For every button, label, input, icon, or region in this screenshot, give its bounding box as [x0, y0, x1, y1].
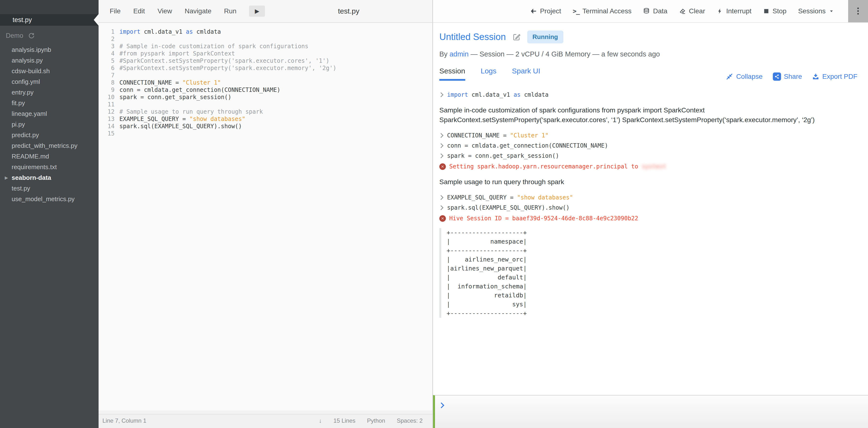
- file-tree-item[interactable]: lineage.yaml: [0, 108, 99, 119]
- toolbar-clear[interactable]: Clear: [679, 7, 705, 15]
- toolbar-terminal-access[interactable]: >_Terminal Access: [573, 7, 631, 15]
- menu-edit[interactable]: Edit: [133, 7, 145, 15]
- folder-expander-icon[interactable]: ▸: [5, 172, 8, 183]
- menu-view[interactable]: View: [157, 7, 172, 15]
- code-text: # Sample in-code customization of spark …: [119, 42, 308, 50]
- file-tree-item[interactable]: cdsw-build.sh: [0, 66, 99, 76]
- line-number: 7: [99, 72, 119, 79]
- file-tree-folder[interactable]: ▸seaborn-data: [0, 172, 99, 183]
- code-text: import cml.data_v1 as cmldata: [119, 28, 221, 35]
- prompt-chevron-icon: [439, 153, 443, 158]
- tab-logs[interactable]: Logs: [481, 67, 496, 81]
- code-line[interactable]: 12# Sample usage to run query through sp…: [99, 108, 432, 115]
- toolbar-interrupt[interactable]: Interrupt: [717, 7, 751, 15]
- console-input[interactable]: [433, 395, 868, 428]
- code-line[interactable]: 5#SparkContext.setSystemProperty('spark.…: [99, 57, 432, 64]
- code-editor[interactable]: 1import cml.data_v1 as cmldata23# Sample…: [99, 23, 432, 411]
- menu-run[interactable]: Run: [224, 7, 237, 15]
- code-text: #from pyspark import SparkContext: [119, 50, 235, 57]
- line-number: 9: [99, 86, 119, 93]
- error-icon: ×: [439, 163, 446, 170]
- toolbar-stop[interactable]: Stop: [763, 7, 786, 15]
- file-tree-item[interactable]: pi.py: [0, 119, 99, 130]
- file-tree-item[interactable]: predict_with_metrics.py: [0, 140, 99, 151]
- file-tree-item[interactable]: config.yml: [0, 76, 99, 87]
- code-line[interactable]: 4#from pyspark import SparkContext: [99, 50, 432, 57]
- author-link[interactable]: admin: [450, 50, 469, 58]
- code-text: conn = cmldata.get_connection(CONNECTION…: [119, 86, 280, 93]
- toolbar-sessions[interactable]: Sessions: [798, 7, 834, 15]
- file-name: analysis.ipynb: [11, 46, 51, 53]
- run-play-button[interactable]: ▶: [249, 6, 265, 17]
- cursor-position: Line 7, Column 1: [102, 417, 146, 424]
- file-tree-item[interactable]: entry.py: [0, 87, 99, 98]
- file-tree-item[interactable]: fit.py: [0, 98, 99, 108]
- file-tree-item[interactable]: README.md: [0, 151, 99, 162]
- line-number: 1: [99, 28, 119, 35]
- toolbar-label: Sessions: [798, 7, 826, 15]
- session-meta: By admin — Session — 2 vCPU / 4 GiB Memo…: [439, 50, 857, 58]
- editor-hscrollbar[interactable]: [99, 411, 432, 414]
- line-number: 2: [99, 35, 119, 42]
- status-item[interactable]: Python: [367, 417, 385, 424]
- line-number: 13: [99, 115, 119, 123]
- menu-file[interactable]: File: [110, 7, 121, 15]
- project-root[interactable]: Demo: [0, 32, 99, 39]
- code-line[interactable]: 14spark.sql(EXAMPLE_SQL_QUERY).show(): [99, 123, 432, 130]
- toolbar-data[interactable]: Data: [643, 7, 667, 15]
- file-name: lineage.yaml: [11, 110, 47, 117]
- status-item[interactable]: Spaces: 2: [397, 417, 423, 424]
- file-tree-item[interactable]: analysis.py: [0, 55, 99, 66]
- file-tree-item[interactable]: analysis.ipynb: [0, 44, 99, 55]
- code-line[interactable]: 10spark = conn.get_spark_session(): [99, 93, 432, 101]
- file-tree-item[interactable]: predict.py: [0, 130, 99, 140]
- menu-navigate[interactable]: Navigate: [185, 7, 212, 15]
- code-line[interactable]: 1import cml.data_v1 as cmldata: [99, 28, 432, 35]
- console-result-block: +--------------------+ | namespace| +---…: [439, 228, 857, 318]
- file-name: predict.py: [11, 131, 39, 139]
- console-code-line: CONNECTION_NAME = "Cluster 1": [439, 132, 857, 139]
- code-line[interactable]: 9conn = cmldata.get_connection(CONNECTIO…: [99, 86, 432, 93]
- kebab-menu-icon[interactable]: [848, 0, 868, 22]
- collapse-button[interactable]: Collapse: [725, 73, 763, 81]
- code-text: #SparkContext.setSystemProperty('spark.e…: [119, 64, 336, 72]
- share-icon: [773, 73, 781, 81]
- file-tree-item[interactable]: test.py: [0, 183, 99, 194]
- scroll-down-icon[interactable]: ↓: [319, 417, 322, 424]
- share-button[interactable]: Share: [773, 73, 802, 81]
- tab-spark-ui[interactable]: Spark UI: [512, 67, 540, 81]
- code-line[interactable]: 15: [99, 130, 432, 137]
- session-title[interactable]: Untitled Session: [439, 32, 506, 42]
- code-line[interactable]: 8CONNECTION_NAME = "Cluster 1": [99, 79, 432, 86]
- file-name: predict_with_metrics.py: [11, 142, 78, 149]
- toolbar-project[interactable]: Project: [530, 7, 561, 15]
- open-file-tab[interactable]: test.py: [0, 14, 99, 26]
- file-name: seaborn-data: [11, 174, 51, 181]
- code-line[interactable]: 7: [99, 72, 432, 79]
- file-name: cdsw-build.sh: [11, 67, 50, 75]
- open-file-tab-label: test.py: [12, 16, 32, 24]
- sidebar-top-strip: [0, 0, 99, 14]
- refresh-icon[interactable]: [28, 32, 35, 39]
- code-line[interactable]: 13EXAMPLE_SQL_QUERY = "show databases": [99, 115, 432, 123]
- code-text: # Sample usage to run query through spar…: [119, 108, 263, 115]
- tab-session[interactable]: Session: [439, 67, 465, 81]
- code-line[interactable]: 11: [99, 101, 432, 108]
- code-line[interactable]: 2: [99, 35, 432, 42]
- console-code-line: import cml.data_v1 as cmldata: [439, 91, 857, 98]
- edit-pencil-icon[interactable]: [513, 33, 521, 41]
- toolbar-label: Stop: [773, 7, 786, 15]
- console-code-line: conn = cmldata.get_connection(CONNECTION…: [439, 142, 857, 149]
- back-arrow-icon: [530, 8, 537, 15]
- caret-down-icon: [829, 8, 834, 14]
- export-pdf-button[interactable]: Export PDF: [812, 73, 857, 81]
- code-text: spark = conn.get_spark_session(): [119, 93, 231, 101]
- status-item[interactable]: 15 Lines: [334, 417, 355, 424]
- code-line[interactable]: 3# Sample in-code customization of spark…: [99, 42, 432, 50]
- code-line[interactable]: 6#SparkContext.setSystemProperty('spark.…: [99, 64, 432, 72]
- prompt-chevron-icon: [439, 143, 443, 148]
- file-tree-item[interactable]: requirements.txt: [0, 162, 99, 172]
- cml-workbench: test.py Demo analysis.ipynbanalysis.pycd…: [0, 0, 868, 428]
- file-tree-item[interactable]: use_model_metrics.py: [0, 194, 99, 204]
- file-name: README.md: [11, 153, 49, 160]
